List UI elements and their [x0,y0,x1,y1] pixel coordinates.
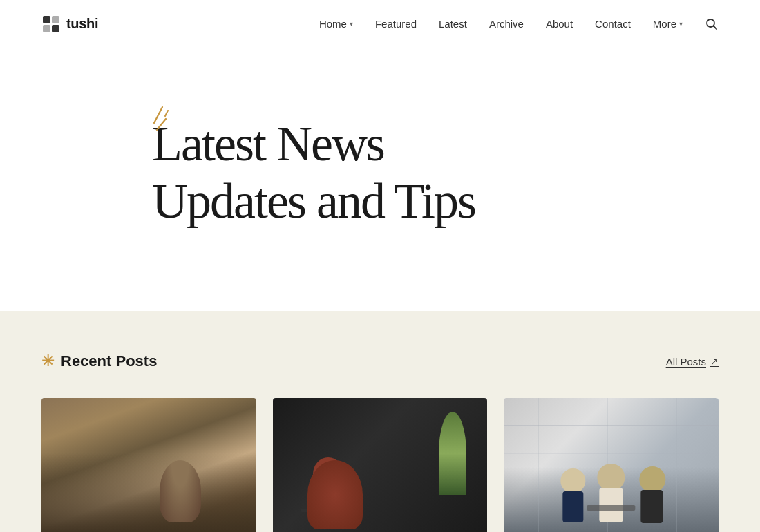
svg-rect-10 [313,488,343,522]
svg-rect-2 [43,25,50,32]
search-button[interactable] [705,17,719,31]
nav-item-contact[interactable]: Contact [595,18,631,30]
industrial-bg [504,398,719,532]
svg-rect-0 [43,16,50,23]
svg-point-19 [598,464,625,491]
posts-grid [41,398,719,532]
svg-rect-23 [587,505,636,511]
svg-rect-18 [563,491,584,522]
svg-line-5 [714,26,717,29]
person-silhouette-2 [294,450,363,532]
recent-posts-header: ✳ Recent Posts All Posts ↗ [41,352,719,370]
svg-point-17 [561,468,586,493]
hero-title: Latest News Updates and Tips [152,115,475,230]
hero-content: Latest News Updates and Tips [152,115,475,230]
post-card-2[interactable] [273,398,488,532]
recent-posts-title: ✳ Recent Posts [41,352,157,370]
arrow-icon: ↗ [710,356,719,367]
nav-item-more[interactable]: More ▾ [653,18,683,30]
post-card-1[interactable] [41,398,256,532]
svg-point-9 [313,457,343,491]
post-image-1 [41,398,256,532]
svg-line-6 [154,107,162,123]
nav-item-latest[interactable]: Latest [439,18,467,30]
header: tushi Home ▾ Featured Latest Archive Abo… [0,0,760,48]
post-image-3 [504,398,719,532]
nav-item-about[interactable]: About [546,18,573,30]
post-card-3[interactable] [504,398,719,532]
svg-line-7 [157,119,166,130]
svg-point-21 [640,466,666,493]
more-chevron-icon: ▾ [679,20,683,28]
search-icon [705,17,719,31]
hero-section: Latest News Updates and Tips [0,48,760,311]
nav-item-archive[interactable]: Archive [489,18,524,30]
post-image-2 [273,398,488,532]
hero-decoration [142,104,180,144]
svg-line-8 [165,111,168,116]
svg-rect-3 [52,25,59,32]
logo-link[interactable]: tushi [41,15,98,34]
star-icon: ✳ [41,352,54,370]
home-chevron-icon: ▾ [350,20,353,28]
svg-rect-11 [301,509,356,512]
nav-item-home[interactable]: Home ▾ [319,18,353,30]
svg-rect-22 [641,490,663,523]
main-nav: Home ▾ Featured Latest Archive About Con… [319,17,719,31]
recent-posts-section: ✳ Recent Posts All Posts ↗ [0,311,760,532]
nav-item-featured[interactable]: Featured [375,18,417,30]
logo-text: tushi [66,16,98,32]
all-posts-link[interactable]: All Posts ↗ [666,356,719,368]
logo-icon [41,15,61,34]
svg-rect-1 [52,16,59,23]
